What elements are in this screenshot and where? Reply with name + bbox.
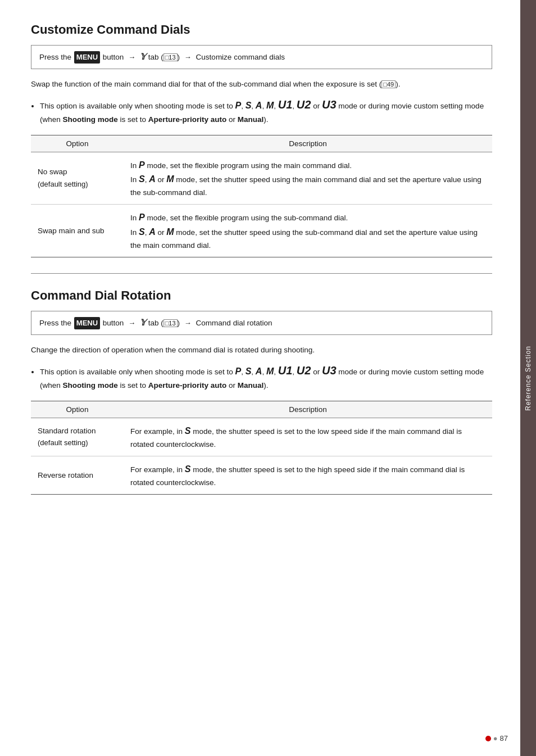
desc-standard-rotation: For example, in S mode, the shutter spee…: [124, 418, 492, 456]
arrow2: →: [184, 53, 192, 61]
option-standard-rotation: Standard rotation(default setting): [31, 418, 124, 456]
section1-title: Customize Command Dials: [31, 22, 492, 37]
table-row: Reverse rotation For example, in S mode,…: [31, 456, 492, 495]
page-number-prefix: ●: [493, 734, 498, 743]
section1-table: Option Description No swap(default setti…: [31, 135, 492, 258]
page-number: 87: [500, 734, 508, 743]
section2-col2-header: Description: [124, 401, 492, 418]
sidebar: Reference Section: [520, 0, 536, 756]
section2-col1-header: Option: [31, 401, 124, 418]
menu-path2-prefix: Press the: [39, 319, 71, 327]
menu-path2-button: button: [103, 319, 126, 327]
desc-no-swap: In P mode, set the flexible program usin…: [124, 152, 492, 205]
tab-text2: tab (: [148, 319, 163, 327]
option-no-swap: No swap(default setting): [31, 152, 124, 205]
desc-reverse-rotation: For example, in S mode, the shutter spee…: [124, 456, 492, 495]
section1-bullet-list: This option is available only when shoot…: [40, 96, 492, 126]
section1-menu-path: Press the MENU button → 𝕐 tab (□13) → Cu…: [31, 45, 492, 69]
section1-bullet: This option is available only when shoot…: [40, 96, 492, 126]
option-swap-main-sub: Swap main and sub: [31, 205, 124, 257]
section2-table: Option Description Standard rotation(def…: [31, 401, 492, 495]
section1-col1-header: Option: [31, 135, 124, 152]
menu-path-prefix: Press the: [39, 53, 71, 61]
tab-close: ): [178, 53, 180, 61]
menu-icon2: MENU: [74, 317, 100, 329]
table-row: Standard rotation(default setting) For e…: [31, 418, 492, 456]
tab-close2: ): [178, 319, 180, 327]
section2-body: Change the direction of operation when t…: [31, 344, 492, 356]
sidebar-label: Reference Section: [524, 346, 532, 411]
menu-path-suffix: Customize command dials: [196, 53, 285, 61]
table-row: No swap(default setting) In P mode, set …: [31, 152, 492, 205]
menu-icon: MENU: [74, 51, 100, 64]
option-reverse-rotation: Reverse rotation: [31, 456, 124, 495]
page-number-area: ● 87: [485, 734, 508, 743]
tab-text: tab (: [148, 53, 163, 61]
arrow2-2: →: [184, 319, 192, 327]
table-row: Swap main and sub In P mode, set the fle…: [31, 205, 492, 257]
tab-icon2: 𝕐: [140, 318, 146, 327]
menu-path2-suffix: Command dial rotation: [196, 319, 272, 327]
section1-body: Swap the function of the main command di…: [31, 78, 492, 90]
tab-icon: 𝕐: [140, 52, 146, 61]
section2-bullet-list: This option is available only when shoot…: [40, 361, 492, 392]
bullet-dot-icon: [485, 736, 491, 741]
section2-bullet: This option is available only when shoot…: [40, 361, 492, 392]
section1-col2-header: Description: [124, 135, 492, 152]
arrow1: →: [128, 53, 135, 61]
section-divider: [31, 273, 492, 274]
section2-menu-path: Press the MENU button → 𝕐 tab (□13) → Co…: [31, 311, 492, 335]
page-ref-box2: □13: [163, 319, 178, 327]
menu-path-button: button: [103, 53, 126, 61]
arrow2-1: →: [128, 319, 135, 327]
section2-title: Command Dial Rotation: [31, 288, 492, 303]
desc-swap-main-sub: In P mode, set the flexible program usin…: [124, 205, 492, 257]
page-ref-box: □13: [163, 53, 178, 61]
